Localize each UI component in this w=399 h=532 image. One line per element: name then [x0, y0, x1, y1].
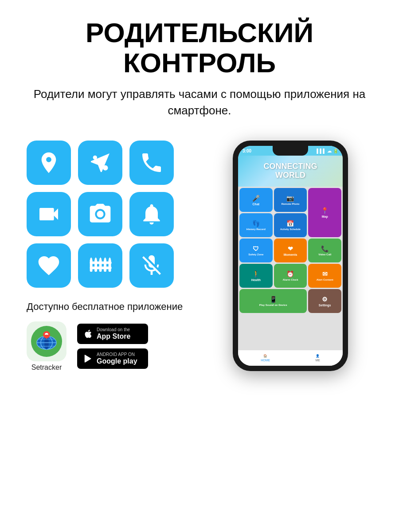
- phone-nav-home[interactable]: 🏠 HOME: [261, 354, 270, 362]
- icon-tile-camera: [78, 192, 122, 236]
- svg-marker-10: [94, 257, 97, 259]
- phone-tile-activity: 📅 Activity Schedule: [274, 213, 307, 237]
- mute-icon: [139, 253, 164, 278]
- setracker-wrapper: Setracker: [27, 321, 66, 372]
- content-row: Доступно бесплатное приложение: [27, 141, 372, 372]
- store-buttons: Download on the App Store ANDROID APP ON…: [77, 324, 148, 369]
- svg-marker-11: [99, 257, 102, 259]
- svg-rect-5: [104, 259, 106, 272]
- icon-tile-heart: [27, 243, 71, 288]
- svg-marker-9: [90, 257, 93, 259]
- svg-marker-12: [104, 257, 106, 259]
- phone-tile-settings: ⚙ Settings: [308, 289, 341, 313]
- svg-rect-8: [90, 266, 112, 269]
- icon-tile-video: [27, 192, 71, 236]
- phone-tile-moments: ❤ Moments: [274, 239, 307, 262]
- title-block: РОДИТЕЛЬСКИЙ КОНТРОЛЬ Родители могут упр…: [27, 18, 372, 132]
- title-line1: РОДИТЕЛЬСКИЙ: [86, 17, 313, 48]
- app-stores-row: Setracker Download on the App Store: [27, 321, 195, 372]
- google-play-button[interactable]: ANDROID APP ON Google play: [77, 348, 148, 369]
- svg-point-0: [93, 156, 97, 160]
- icons-grid: [27, 141, 195, 288]
- page-title: РОДИТЕЛЬСКИЙ КОНТРОЛЬ: [27, 18, 372, 78]
- phone-tile-chat: 🎤 Chat: [239, 188, 273, 212]
- video-icon: [36, 202, 61, 227]
- app-store-text: Download on the App Store: [97, 328, 130, 340]
- subtitle: Родители могут управлять часами с помощь…: [27, 86, 372, 118]
- phone-time: 3:00: [243, 149, 251, 153]
- phone-tile-remote-photo: 📷 Remote Photo: [274, 188, 307, 212]
- phone-tile-videocall: 📞 Video Call: [308, 239, 341, 262]
- phone-tile-safety: 🛡 Safety Zone: [239, 239, 273, 262]
- icon-tile-alarm: [129, 192, 174, 236]
- svg-rect-6: [109, 259, 111, 272]
- phone-tile-health: 🚶 Health: [239, 264, 273, 288]
- svg-marker-13: [109, 257, 111, 259]
- phone-nav-bar: 🏠 HOME 👤 ME: [238, 350, 343, 366]
- svg-rect-4: [99, 259, 102, 272]
- phone-notch: [273, 146, 308, 156]
- google-play-text: ANDROID APP ON Google play: [97, 352, 137, 365]
- icon-tile-location: [27, 141, 71, 185]
- setracker-label: Setracker: [31, 364, 62, 372]
- phone-header: CONNECTING WORLD: [238, 156, 343, 187]
- route-icon: [88, 150, 113, 175]
- svg-rect-7: [90, 262, 112, 264]
- phone-tile-alarm: ⏰ Alarm Clock: [274, 264, 307, 288]
- phone-icon: [139, 150, 164, 175]
- alarm-icon: [139, 202, 164, 227]
- svg-rect-2: [90, 259, 93, 272]
- icon-tile-fence: [78, 243, 122, 288]
- phone-tile-map: 📍 Map: [308, 188, 341, 237]
- phone-screen: 3:00 ▌▌▌ ☁ 🔋 CONNECTING WORLD 🎤: [238, 146, 343, 366]
- setracker-logo: [31, 326, 62, 357]
- apple-icon: [83, 329, 93, 339]
- phone-app-grid: 🎤 Chat 📷 Remote Photo 📍 Map 👣: [238, 187, 343, 350]
- app-name-line2: WORLD: [275, 171, 305, 180]
- svg-rect-3: [94, 259, 97, 272]
- heart-icon: [36, 253, 61, 278]
- google-play-icon: [83, 354, 93, 364]
- icon-tile-mute: [129, 243, 174, 288]
- phone-outer: 3:00 ▌▌▌ ☁ 🔋 CONNECTING WORLD 🎤: [233, 141, 348, 371]
- location-icon: [36, 150, 61, 175]
- title-line2: КОНТРОЛЬ: [123, 47, 276, 78]
- app-name-line1: CONNECTING: [264, 162, 317, 171]
- icon-tile-route: [78, 141, 122, 185]
- fence-icon: [88, 253, 113, 278]
- phone-nav-me[interactable]: 👤 ME: [315, 354, 320, 362]
- free-app-text: Доступно бесплатное приложение: [27, 300, 195, 313]
- svg-point-1: [103, 166, 107, 170]
- icon-tile-phone: [129, 141, 174, 185]
- main-container: РОДИТЕЛЬСКИЙ КОНТРОЛЬ Родители могут упр…: [0, 0, 399, 532]
- setracker-icon: [27, 321, 66, 361]
- camera-icon: [88, 202, 113, 227]
- phone-tile-alert: ✉ Alert Content: [308, 264, 341, 288]
- left-panel: Доступно бесплатное приложение: [27, 141, 195, 372]
- phone-container: 3:00 ▌▌▌ ☁ 🔋 CONNECTING WORLD 🎤: [208, 141, 372, 371]
- phone-tile-history: 👣 History Record: [239, 213, 273, 237]
- phone-signal: ▌▌▌ ☁ 🔋: [317, 149, 338, 153]
- phone-tile-playsound: 📱 Play Sound on Device: [239, 289, 307, 313]
- app-store-button[interactable]: Download on the App Store: [77, 324, 148, 344]
- app-title: CONNECTING WORLD: [264, 162, 317, 180]
